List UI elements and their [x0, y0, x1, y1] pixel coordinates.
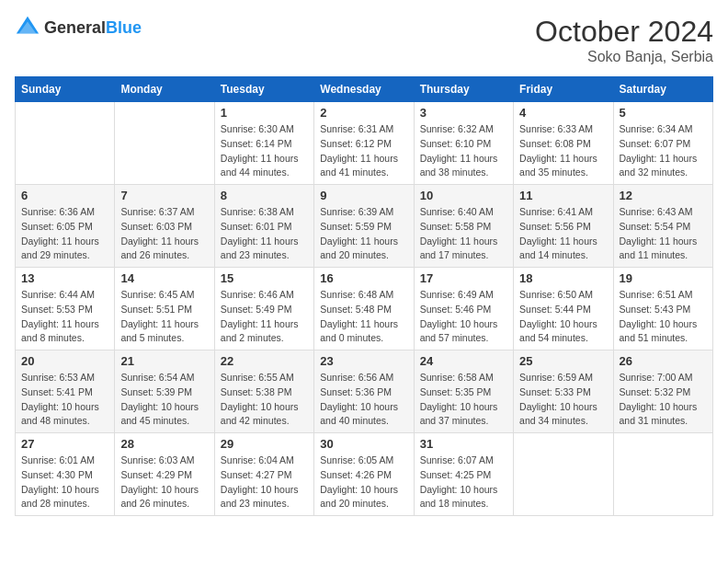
day-info: Sunrise: 6:43 AMSunset: 5:54 PMDaylight:… — [620, 205, 707, 263]
day-info: Sunrise: 6:31 AMSunset: 6:12 PMDaylight:… — [320, 122, 407, 180]
day-info: Sunrise: 6:34 AMSunset: 6:07 PMDaylight:… — [620, 122, 707, 180]
day-number: 6 — [21, 189, 108, 202]
calendar-cell — [514, 433, 613, 516]
day-number: 27 — [21, 437, 108, 451]
weekday-header-row: SundayMondayTuesdayWednesdayThursdayFrid… — [16, 77, 713, 102]
calendar-cell: 14Sunrise: 6:45 AMSunset: 5:51 PMDayligh… — [115, 268, 214, 350]
day-info: Sunrise: 6:38 AMSunset: 6:01 PMDaylight:… — [221, 205, 308, 263]
calendar-cell: 16Sunrise: 6:48 AMSunset: 5:48 PMDayligh… — [314, 268, 414, 350]
logo-general: General — [44, 18, 106, 37]
calendar-cell: 17Sunrise: 6:49 AMSunset: 5:46 PMDayligh… — [414, 268, 513, 350]
day-number: 11 — [519, 189, 607, 202]
day-number: 1 — [221, 106, 308, 120]
day-number: 23 — [320, 354, 407, 368]
weekday-header-wednesday: Wednesday — [314, 77, 414, 102]
day-info: Sunrise: 6:37 AMSunset: 6:03 PMDaylight:… — [120, 205, 208, 263]
title-block: October 2024 Soko Banja, Serbia — [535, 15, 713, 65]
calendar-cell: 24Sunrise: 6:58 AMSunset: 5:35 PMDayligh… — [414, 350, 513, 433]
day-info: Sunrise: 6:30 AMSunset: 6:14 PMDaylight:… — [221, 122, 308, 180]
calendar-cell: 12Sunrise: 6:43 AMSunset: 5:54 PMDayligh… — [613, 185, 712, 268]
weekday-header-tuesday: Tuesday — [214, 77, 313, 102]
day-number: 4 — [519, 106, 607, 120]
day-info: Sunrise: 6:05 AMSunset: 4:26 PMDaylight:… — [320, 454, 407, 511]
day-number: 30 — [320, 437, 407, 451]
logo-icon — [15, 15, 40, 40]
calendar-cell: 6Sunrise: 6:36 AMSunset: 6:05 PMDaylight… — [16, 185, 115, 268]
day-info: Sunrise: 6:39 AMSunset: 5:59 PMDaylight:… — [320, 205, 407, 263]
calendar-week-1: 1Sunrise: 6:30 AMSunset: 6:14 PMDaylight… — [16, 102, 713, 185]
location-title: Soko Banja, Serbia — [535, 49, 713, 65]
calendar-cell: 3Sunrise: 6:32 AMSunset: 6:10 PMDaylight… — [414, 102, 513, 185]
day-number: 24 — [420, 354, 507, 368]
day-info: Sunrise: 6:58 AMSunset: 5:35 PMDaylight:… — [420, 371, 507, 429]
day-info: Sunrise: 6:56 AMSunset: 5:36 PMDaylight:… — [320, 371, 407, 429]
weekday-header-monday: Monday — [115, 77, 214, 102]
page-header: GeneralBlue October 2024 Soko Banja, Ser… — [15, 15, 713, 65]
day-info: Sunrise: 6:45 AMSunset: 5:51 PMDaylight:… — [120, 288, 208, 346]
calendar-cell: 7Sunrise: 6:37 AMSunset: 6:03 PMDaylight… — [115, 185, 214, 268]
day-info: Sunrise: 6:33 AMSunset: 6:08 PMDaylight:… — [519, 122, 607, 180]
day-info: Sunrise: 6:01 AMSunset: 4:30 PMDaylight:… — [21, 454, 108, 511]
day-number: 2 — [320, 106, 407, 120]
calendar-cell — [613, 433, 712, 516]
day-number: 28 — [120, 437, 208, 451]
calendar-table: SundayMondayTuesdayWednesdayThursdayFrid… — [15, 76, 713, 516]
day-info: Sunrise: 6:44 AMSunset: 5:53 PMDaylight:… — [21, 288, 108, 346]
day-number: 13 — [21, 271, 108, 285]
weekday-header-sunday: Sunday — [16, 77, 115, 102]
calendar-cell: 27Sunrise: 6:01 AMSunset: 4:30 PMDayligh… — [16, 433, 115, 516]
logo: GeneralBlue — [15, 15, 142, 40]
day-info: Sunrise: 6:51 AMSunset: 5:43 PMDaylight:… — [620, 288, 707, 346]
logo-text: GeneralBlue — [44, 18, 142, 38]
calendar-cell: 10Sunrise: 6:40 AMSunset: 5:58 PMDayligh… — [414, 185, 513, 268]
calendar-cell: 20Sunrise: 6:53 AMSunset: 5:41 PMDayligh… — [16, 350, 115, 433]
calendar-cell: 21Sunrise: 6:54 AMSunset: 5:39 PMDayligh… — [115, 350, 214, 433]
day-number: 7 — [120, 189, 208, 202]
calendar-week-5: 27Sunrise: 6:01 AMSunset: 4:30 PMDayligh… — [16, 433, 713, 516]
day-number: 14 — [120, 271, 208, 285]
day-info: Sunrise: 6:07 AMSunset: 4:25 PMDaylight:… — [420, 454, 507, 511]
day-number: 20 — [21, 354, 108, 368]
weekday-header-saturday: Saturday — [613, 77, 712, 102]
day-info: Sunrise: 6:49 AMSunset: 5:46 PMDaylight:… — [420, 288, 507, 346]
day-info: Sunrise: 7:00 AMSunset: 5:32 PMDaylight:… — [620, 371, 707, 429]
calendar-cell: 29Sunrise: 6:04 AMSunset: 4:27 PMDayligh… — [214, 433, 313, 516]
calendar-cell: 23Sunrise: 6:56 AMSunset: 5:36 PMDayligh… — [314, 350, 414, 433]
calendar-cell: 9Sunrise: 6:39 AMSunset: 5:59 PMDaylight… — [314, 185, 414, 268]
day-info: Sunrise: 6:32 AMSunset: 6:10 PMDaylight:… — [420, 122, 507, 180]
calendar-cell: 8Sunrise: 6:38 AMSunset: 6:01 PMDaylight… — [214, 185, 313, 268]
calendar-week-4: 20Sunrise: 6:53 AMSunset: 5:41 PMDayligh… — [16, 350, 713, 433]
day-info: Sunrise: 6:55 AMSunset: 5:38 PMDaylight:… — [221, 371, 308, 429]
day-info: Sunrise: 6:40 AMSunset: 5:58 PMDaylight:… — [420, 205, 507, 263]
day-info: Sunrise: 6:04 AMSunset: 4:27 PMDaylight:… — [221, 454, 308, 511]
day-number: 17 — [420, 271, 507, 285]
calendar-cell — [115, 102, 214, 185]
day-info: Sunrise: 6:59 AMSunset: 5:33 PMDaylight:… — [519, 371, 607, 429]
logo-blue: Blue — [106, 18, 142, 37]
calendar-cell: 31Sunrise: 6:07 AMSunset: 4:25 PMDayligh… — [414, 433, 513, 516]
day-number: 3 — [420, 106, 507, 120]
day-number: 15 — [221, 271, 308, 285]
calendar-cell — [16, 102, 115, 185]
calendar-cell: 25Sunrise: 6:59 AMSunset: 5:33 PMDayligh… — [514, 350, 613, 433]
day-number: 5 — [620, 106, 707, 120]
day-number: 29 — [221, 437, 308, 451]
day-number: 31 — [420, 437, 507, 451]
weekday-header-thursday: Thursday — [414, 77, 513, 102]
calendar-cell: 18Sunrise: 6:50 AMSunset: 5:44 PMDayligh… — [514, 268, 613, 350]
day-number: 26 — [620, 354, 707, 368]
calendar-cell: 13Sunrise: 6:44 AMSunset: 5:53 PMDayligh… — [16, 268, 115, 350]
calendar-week-3: 13Sunrise: 6:44 AMSunset: 5:53 PMDayligh… — [16, 268, 713, 350]
day-info: Sunrise: 6:54 AMSunset: 5:39 PMDaylight:… — [120, 371, 208, 429]
day-number: 19 — [620, 271, 707, 285]
calendar-cell: 4Sunrise: 6:33 AMSunset: 6:08 PMDaylight… — [514, 102, 613, 185]
calendar-cell: 2Sunrise: 6:31 AMSunset: 6:12 PMDaylight… — [314, 102, 414, 185]
day-number: 10 — [420, 189, 507, 202]
calendar-week-2: 6Sunrise: 6:36 AMSunset: 6:05 PMDaylight… — [16, 185, 713, 268]
day-info: Sunrise: 6:03 AMSunset: 4:29 PMDaylight:… — [120, 454, 208, 511]
day-info: Sunrise: 6:36 AMSunset: 6:05 PMDaylight:… — [21, 205, 108, 263]
calendar-cell: 5Sunrise: 6:34 AMSunset: 6:07 PMDaylight… — [613, 102, 712, 185]
day-number: 12 — [620, 189, 707, 202]
day-info: Sunrise: 6:53 AMSunset: 5:41 PMDaylight:… — [21, 371, 108, 429]
day-info: Sunrise: 6:46 AMSunset: 5:49 PMDaylight:… — [221, 288, 308, 346]
